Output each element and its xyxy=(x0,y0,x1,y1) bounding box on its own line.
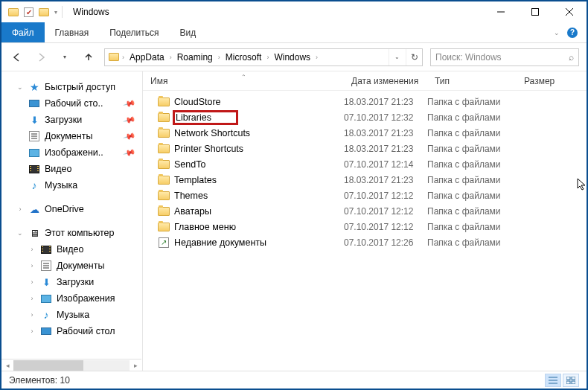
back-button[interactable] xyxy=(9,49,25,65)
chevron-right-icon[interactable]: › xyxy=(28,246,36,253)
nav-sidebar: ⌄ ★ Быстрый доступ Рабочий сто..📌⬇Загруз… xyxy=(1,71,143,371)
sidebar-item[interactable]: Изображени..📌 xyxy=(1,144,142,161)
chevron-right-icon[interactable]: › xyxy=(121,54,126,61)
sidebar-this-pc[interactable]: ⌄ 🖥 Этот компьютер xyxy=(1,225,142,241)
address-bar[interactable]: › AppData › Roaming › Microsoft › Window… xyxy=(104,48,423,66)
file-row[interactable]: CloudStore18.03.2017 21:23Папка с файлам… xyxy=(143,94,587,109)
chevron-right-icon[interactable]: › xyxy=(28,311,36,319)
close-button[interactable] xyxy=(552,1,587,22)
ribbon-tabs: Файл Главная Поделиться Вид ⌄ ? xyxy=(1,22,587,43)
sidebar-item[interactable]: ›Рабочий стол xyxy=(1,323,142,339)
pin-icon: 📌 xyxy=(123,130,137,143)
tab-home[interactable]: Главная xyxy=(45,22,100,42)
cursor-icon xyxy=(577,178,587,194)
file-pane: Имя⌃ Дата изменения Тип Размер CloudStor… xyxy=(143,71,587,371)
sidebar-item[interactable]: ♪Музыка xyxy=(1,177,142,194)
ribbon-expand-icon[interactable]: ⌄ xyxy=(554,29,560,36)
chevron-right-icon[interactable]: › xyxy=(314,54,319,61)
chevron-right-icon[interactable]: › xyxy=(168,54,173,61)
forward-button[interactable] xyxy=(33,49,49,65)
explorer-window: ✔ ▾ Windows Файл Главная Поделиться Вид … xyxy=(0,0,588,390)
breadcrumb[interactable]: Windows xyxy=(271,52,313,63)
file-row[interactable]: SendTo07.10.2017 12:14Папка с файлами xyxy=(143,156,587,172)
sidebar-item[interactable]: ›♪Музыка xyxy=(1,307,142,323)
file-row[interactable]: Network Shortcuts18.03.2017 21:23Папка с… xyxy=(143,125,587,141)
pc-icon: 🖥 xyxy=(28,227,40,239)
maximize-button[interactable] xyxy=(518,1,552,22)
file-row[interactable]: Libraries07.10.2017 12:32Папка с файлами xyxy=(143,109,587,125)
file-row[interactable]: Printer Shortcuts18.03.2017 21:23Папка с… xyxy=(143,141,587,156)
sidebar-scrollbar[interactable]: ◂▸ xyxy=(1,359,141,371)
sidebar-item[interactable]: ›Изображения xyxy=(1,290,142,307)
breadcrumb[interactable]: Roaming xyxy=(174,52,216,63)
file-row[interactable]: ↗Недавние документы07.10.2017 12:26Папка… xyxy=(143,234,587,250)
column-headers: Имя⌃ Дата изменения Тип Размер xyxy=(143,71,587,91)
folder-icon xyxy=(108,51,120,63)
sidebar-item[interactable]: ›Документы xyxy=(1,258,142,274)
help-icon[interactable]: ? xyxy=(567,28,578,38)
refresh-icon[interactable]: ↻ xyxy=(406,49,422,65)
file-row[interactable]: Аватары07.10.2017 12:12Папка с файлами xyxy=(143,203,587,219)
chevron-down-icon[interactable]: ⌄ xyxy=(16,229,24,237)
sidebar-item[interactable]: Документы📌 xyxy=(1,128,142,144)
col-size[interactable]: Размер xyxy=(517,76,587,86)
svg-rect-8 xyxy=(572,377,575,380)
svg-rect-9 xyxy=(566,381,570,384)
file-row[interactable]: Themes07.10.2017 12:12Папка с файлами xyxy=(143,188,587,203)
file-row[interactable]: Templates18.03.2017 21:23Папка с файлами xyxy=(143,172,587,188)
file-tab[interactable]: Файл xyxy=(1,22,45,42)
chevron-down-icon[interactable]: ⌄ xyxy=(16,83,24,91)
sidebar-item[interactable]: ›⬇Загрузки xyxy=(1,274,142,290)
window-title: Windows xyxy=(68,7,109,17)
sidebar-item[interactable]: Рабочий сто..📌 xyxy=(1,95,142,112)
tab-share[interactable]: Поделиться xyxy=(99,22,169,42)
address-dropdown-icon[interactable]: ⌄ xyxy=(389,49,405,65)
pin-icon: 📌 xyxy=(123,97,137,110)
sidebar-onedrive[interactable]: › ☁ OneDrive xyxy=(1,201,142,217)
status-bar: Элементов: 10 xyxy=(1,371,587,389)
search-icon[interactable]: ⌕ xyxy=(569,52,574,63)
pin-icon: 📌 xyxy=(123,113,137,127)
col-name[interactable]: Имя⌃ xyxy=(143,76,344,86)
view-details-button[interactable] xyxy=(545,374,561,387)
col-type[interactable]: Тип xyxy=(427,76,517,86)
folder-icon xyxy=(38,6,50,18)
chevron-right-icon[interactable]: › xyxy=(28,278,36,286)
breadcrumb[interactable]: AppData xyxy=(127,52,167,63)
view-icons-button[interactable] xyxy=(563,374,579,387)
sidebar-item[interactable]: ›Видео xyxy=(1,241,142,258)
recent-dropdown[interactable]: ▾ xyxy=(57,49,73,65)
svg-rect-7 xyxy=(566,377,570,380)
chevron-right-icon[interactable]: › xyxy=(265,54,270,61)
star-icon: ★ xyxy=(28,81,40,93)
svg-rect-10 xyxy=(572,381,575,384)
chevron-right-icon[interactable]: › xyxy=(16,205,24,213)
search-input[interactable]: Поиск: Windows ⌕ xyxy=(430,48,579,66)
up-button[interactable] xyxy=(80,49,97,65)
chevron-right-icon[interactable]: › xyxy=(217,54,222,61)
chevron-right-icon[interactable]: › xyxy=(28,327,36,335)
nav-bar: ▾ › AppData › Roaming › Microsoft › Wind… xyxy=(1,43,587,71)
breadcrumb[interactable]: Microsoft xyxy=(223,52,265,63)
minimize-button[interactable] xyxy=(484,1,518,22)
file-list[interactable]: CloudStore18.03.2017 21:23Папка с файлам… xyxy=(143,91,587,371)
pin-icon: 📌 xyxy=(123,146,137,159)
qat-dropdown-icon[interactable]: ▾ xyxy=(54,9,57,16)
col-date[interactable]: Дата изменения xyxy=(344,76,427,86)
sidebar-item[interactable]: ⬇Загрузки📌 xyxy=(1,112,142,128)
sidebar-item[interactable]: Видео xyxy=(1,161,142,177)
sidebar-quick-access[interactable]: ⌄ ★ Быстрый доступ xyxy=(1,79,142,95)
chevron-right-icon[interactable]: › xyxy=(28,295,36,302)
folder-icon xyxy=(7,6,19,18)
title-bar: ✔ ▾ Windows xyxy=(1,1,587,22)
status-text: Элементов: 10 xyxy=(9,375,70,386)
tab-view[interactable]: Вид xyxy=(169,22,206,42)
sort-arrow-icon: ⌃ xyxy=(241,74,246,80)
cloud-icon: ☁ xyxy=(28,203,40,215)
file-row[interactable]: Главное меню07.10.2017 12:12Папка с файл… xyxy=(143,219,587,234)
qat-checkbox-icon[interactable]: ✔ xyxy=(24,7,33,17)
svg-rect-1 xyxy=(532,9,539,16)
chevron-right-icon[interactable]: › xyxy=(28,262,36,269)
